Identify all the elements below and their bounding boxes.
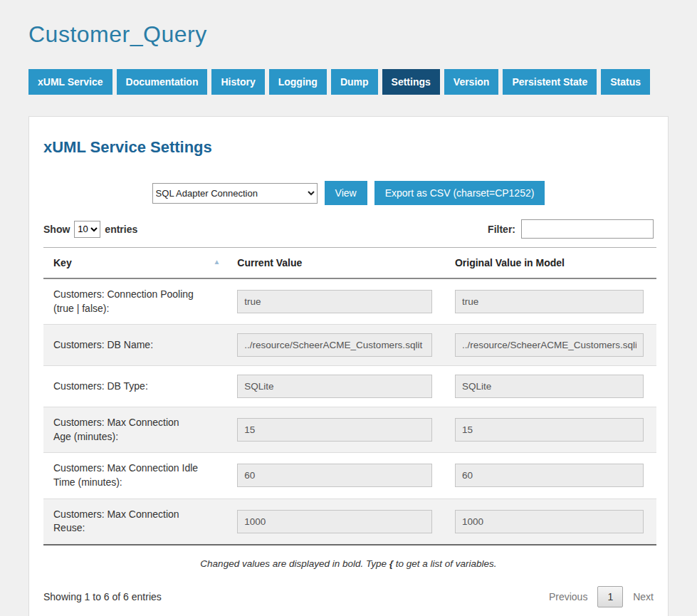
current-value-field[interactable]	[237, 375, 432, 398]
showing-entries-text: Showing 1 to 6 of 6 entries	[43, 591, 162, 602]
table-row: Customers: Max Connection Reuse:	[43, 498, 656, 545]
current-value-field[interactable]	[237, 464, 432, 487]
original-value-field[interactable]	[455, 464, 644, 487]
tab-dump[interactable]: Dump	[331, 69, 378, 95]
adapter-select[interactable]: SQL Adapter Connection	[152, 183, 318, 204]
row-key: Customers: Max Connection Idle Time (min…	[43, 453, 227, 498]
table-footer-row: Showing 1 to 6 of 6 entries Previous 1 N…	[43, 586, 654, 607]
column-header-key[interactable]: Key ▲	[43, 248, 227, 279]
table-row: Customers: DB Name:	[43, 325, 656, 366]
current-value-field[interactable]	[237, 510, 432, 533]
table-row: Customers: Max Connection Idle Time (min…	[43, 453, 656, 498]
row-key: Customers: Max Connection Reuse:	[43, 498, 227, 545]
page-1-button[interactable]: 1	[597, 586, 623, 607]
card-heading: xUML Service Settings	[43, 138, 655, 157]
original-value-field[interactable]	[455, 375, 644, 398]
note-before: Changed values are displayed in bold. Ty…	[200, 558, 389, 569]
table-body: Customers: Connection Pooling (true | fa…	[43, 278, 656, 545]
note-after: to get a list of variables.	[393, 558, 497, 569]
tab-xuml-service[interactable]: xUML Service	[28, 69, 112, 95]
table-row: Customers: Connection Pooling (true | fa…	[43, 278, 656, 325]
original-value-field[interactable]	[455, 418, 644, 442]
original-value-field[interactable]	[455, 510, 644, 533]
show-entries: Show 10 entries	[43, 221, 137, 238]
nav-tabs: xUML Service Documentation History Loggi…	[28, 69, 669, 95]
next-page-button[interactable]: Next	[633, 591, 654, 602]
page-title: Customer_Query	[28, 21, 669, 48]
current-value-field[interactable]	[237, 290, 432, 313]
row-key: Customers: DB Type:	[43, 366, 227, 407]
sort-ascending-icon: ▲	[213, 258, 220, 266]
controls-row: SQL Adapter Connection View Export as CS…	[42, 181, 655, 205]
column-header-original-value[interactable]: Original Value in Model	[445, 248, 656, 279]
tab-history[interactable]: History	[211, 69, 264, 95]
row-key: Customers: Connection Pooling (true | fa…	[43, 278, 227, 325]
table-row: Customers: Max Connection Age (minutes):	[43, 407, 656, 453]
filter-control: Filter:	[488, 219, 654, 239]
show-label: Show	[43, 224, 70, 235]
tab-logging[interactable]: Logging	[269, 69, 327, 95]
row-key: Customers: Max Connection Age (minutes):	[43, 407, 227, 453]
column-key-label: Key	[53, 257, 72, 268]
tab-documentation[interactable]: Documentation	[117, 69, 208, 95]
tab-version[interactable]: Version	[444, 69, 499, 95]
entries-filter-row: Show 10 entries Filter:	[43, 219, 654, 239]
tab-status[interactable]: Status	[601, 69, 650, 95]
tab-settings[interactable]: Settings	[382, 69, 440, 95]
export-csv-button[interactable]: Export as CSV (charset=CP1252)	[374, 181, 545, 205]
tab-persistent-state[interactable]: Persistent State	[503, 69, 597, 95]
filter-input[interactable]	[521, 219, 654, 239]
row-key: Customers: DB Name:	[43, 325, 227, 366]
previous-page-button[interactable]: Previous	[549, 591, 587, 602]
table-row: Customers: DB Type:	[43, 366, 656, 407]
settings-table: Key ▲ Current Value Original Value in Mo…	[43, 247, 656, 545]
pagination: Previous 1 Next	[549, 586, 654, 607]
current-value-field[interactable]	[237, 418, 432, 442]
original-value-field[interactable]	[455, 290, 644, 313]
filter-label: Filter:	[488, 224, 515, 235]
view-button[interactable]: View	[325, 181, 367, 205]
current-value-field[interactable]	[237, 333, 432, 357]
original-value-field[interactable]	[455, 333, 644, 357]
page: Customer_Query xUML Service Documentatio…	[0, 0, 697, 616]
entries-label: entries	[105, 224, 137, 235]
page-length-select[interactable]: 10	[74, 221, 100, 238]
table-header-row: Key ▲ Current Value Original Value in Mo…	[43, 248, 656, 279]
column-header-current-value[interactable]: Current Value	[227, 248, 445, 279]
note-text: Changed values are displayed in bold. Ty…	[42, 558, 655, 569]
settings-card: xUML Service Settings SQL Adapter Connec…	[28, 116, 669, 616]
